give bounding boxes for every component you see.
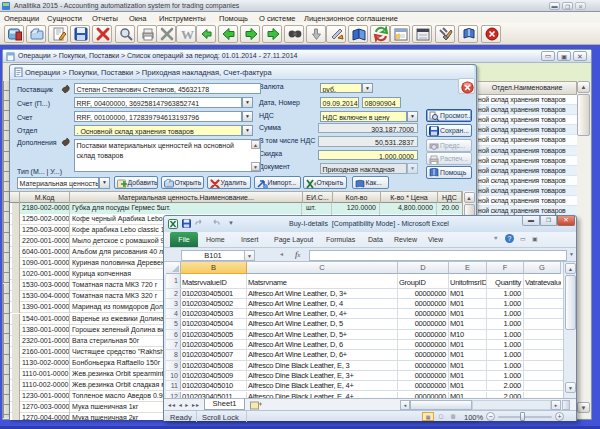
svg-text:W: W <box>181 27 194 42</box>
